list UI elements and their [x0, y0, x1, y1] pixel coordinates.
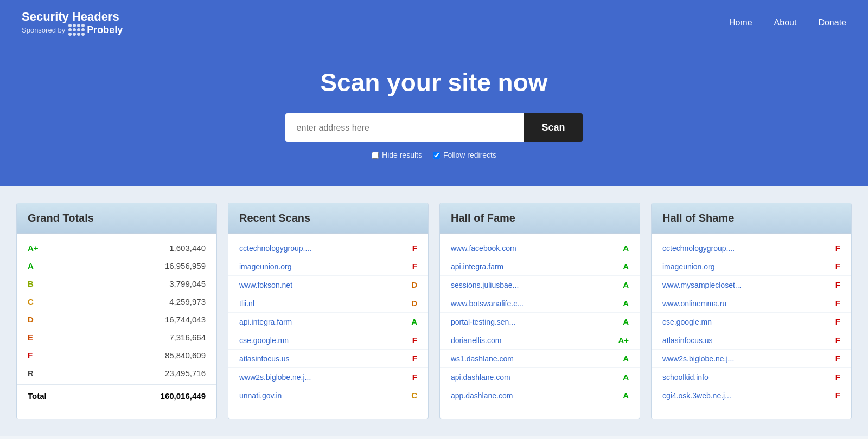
scan-url-link[interactable]: www.fokson.net [239, 281, 292, 289]
scan-url-link[interactable]: app.dashlane.com [451, 391, 513, 400]
scan-grade: A [618, 372, 629, 382]
list-item: sessions.juliusbae...A [440, 276, 640, 294]
scan-url-link[interactable]: www.onlinemma.ru [662, 299, 726, 308]
recent-scans-title: Recent Scans [239, 212, 417, 224]
scan-url-link[interactable]: cse.google.mn [239, 336, 289, 345]
scan-url-link[interactable]: cgi4.osk.3web.ne.j... [662, 391, 731, 400]
hall-of-fame-card: Hall of Fame www.facebook.comAapi.integr… [439, 203, 640, 419]
scan-url-link[interactable]: api.integra.farm [451, 262, 503, 271]
scan-grade: F [829, 391, 840, 400]
scan-url-link[interactable]: unnati.gov.in [239, 391, 282, 400]
scan-grade: A [406, 317, 417, 326]
scan-url-link[interactable]: cctechnologygroup.... [239, 244, 311, 253]
scan-url-link[interactable]: www.mysamplecloset... [662, 281, 741, 289]
count-value: 7,316,664 [169, 333, 206, 342]
count-value: 23,495,716 [165, 369, 206, 378]
scan-url-link[interactable]: cctechnologygroup.... [662, 244, 735, 253]
scan-url-link[interactable]: dorianellis.com [451, 336, 501, 345]
scan-grade: F [829, 262, 840, 271]
table-row: Total160,016,449 [17, 387, 216, 405]
follow-redirects-option[interactable]: Follow redirects [433, 151, 496, 159]
list-item: tlii.nlD [228, 294, 428, 313]
scan-url-link[interactable]: api.dashlane.com [451, 373, 510, 382]
list-item: atlasinfocus.usF [228, 350, 428, 368]
scan-url-link[interactable]: imageunion.org [662, 262, 715, 271]
grade-label: F [28, 351, 44, 360]
list-item: api.dashlane.comA [440, 368, 640, 386]
nav-home[interactable]: Home [729, 18, 752, 28]
scan-url-link[interactable]: schoolkid.info [662, 373, 709, 382]
sponsored-by-label: Sponsored by [22, 26, 65, 34]
scan-url-link[interactable]: www.botswanalife.c... [451, 299, 524, 308]
count-value: 16,744,043 [165, 315, 206, 324]
list-item: cse.google.mnF [228, 331, 428, 350]
list-item: unnati.gov.inC [228, 386, 428, 404]
scan-grade: D [406, 280, 417, 289]
list-item: imageunion.orgF [228, 257, 428, 276]
list-item: www2s.biglobe.ne.j...F [652, 350, 851, 368]
table-row: B3,799,045 [17, 275, 216, 293]
scan-url-link[interactable]: imageunion.org [239, 262, 292, 271]
scan-grade: F [829, 354, 840, 363]
hall-of-fame-title: Hall of Fame [451, 212, 629, 224]
grade-label: A [28, 261, 44, 270]
scan-url-link[interactable]: ws1.dashlane.com [451, 354, 514, 363]
recent-scans-header: Recent Scans [228, 203, 428, 234]
hero-section: Security Headers Sponsored by Probely Ho… [0, 0, 868, 186]
list-item: www.fokson.netD [228, 276, 428, 294]
table-row: A+1,603,440 [17, 239, 216, 257]
hall-of-shame-card: Hall of Shame cctechnologygroup....Fimag… [651, 203, 852, 419]
scan-grade: A [618, 262, 629, 271]
nav-donate[interactable]: Donate [818, 18, 846, 28]
scan-url-link[interactable]: atlasinfocus.us [239, 354, 290, 363]
grade-label: C [28, 297, 44, 306]
list-item: cgi4.osk.3web.ne.j...F [652, 386, 851, 404]
grade-label: E [28, 333, 44, 342]
scan-input[interactable] [285, 113, 524, 142]
list-item: atlasinfocus.usF [652, 331, 851, 350]
scan-url-link[interactable]: cse.google.mn [662, 318, 712, 326]
scan-grade: F [829, 317, 840, 326]
list-item: cctechnologygroup....F [228, 239, 428, 257]
list-item: api.integra.farmA [440, 257, 640, 276]
hide-results-option[interactable]: Hide results [372, 151, 422, 159]
scan-url-link[interactable]: api.integra.farm [239, 318, 292, 326]
hide-results-checkbox[interactable] [372, 152, 379, 159]
scan-button[interactable]: Scan [524, 113, 582, 142]
list-item: ws1.dashlane.comA [440, 350, 640, 368]
table-row: D16,744,043 [17, 311, 216, 328]
scan-grade: A [618, 391, 629, 400]
follow-redirects-checkbox[interactable] [433, 152, 440, 159]
list-item: www.facebook.comA [440, 239, 640, 257]
total-label: Total [28, 391, 47, 401]
scan-options: Hide results Follow redirects [11, 151, 857, 159]
scan-url-link[interactable]: www2s.biglobe.ne.j... [662, 354, 734, 363]
scan-grade: F [406, 243, 417, 253]
grand-totals-body: A+1,603,440A16,956,959B3,799,045C4,259,9… [17, 234, 216, 410]
scan-grade: D [406, 299, 417, 308]
brand: Security Headers Sponsored by Probely [22, 10, 123, 36]
navbar: Security Headers Sponsored by Probely Ho… [0, 0, 868, 46]
scan-grade: F [829, 299, 840, 308]
scan-grade: A [618, 280, 629, 289]
scan-url-link[interactable]: tlii.nl [239, 299, 254, 308]
scan-url-link[interactable]: www2s.biglobe.ne.j... [239, 373, 311, 382]
grand-totals-title: Grand Totals [28, 212, 206, 224]
scan-url-link[interactable]: www.facebook.com [451, 244, 516, 253]
scan-url-link[interactable]: portal-testing.sen... [451, 318, 515, 326]
nav-about[interactable]: About [774, 18, 797, 28]
cards-section: Grand Totals A+1,603,440A16,956,959B3,79… [0, 186, 868, 436]
list-item: imageunion.orgF [652, 257, 851, 276]
hall-of-fame-body: www.facebook.comAapi.integra.farmAsessio… [440, 234, 640, 410]
list-item: www.botswanalife.c...A [440, 294, 640, 313]
scan-url-link[interactable]: atlasinfocus.us [662, 336, 713, 345]
table-row: A16,956,959 [17, 257, 216, 275]
scan-url-link[interactable]: sessions.juliusbae... [451, 281, 519, 289]
grade-label: B [28, 279, 44, 288]
table-row: R23,495,716 [17, 364, 216, 382]
scan-grade: F [406, 354, 417, 363]
table-row: E7,316,664 [17, 328, 216, 346]
list-item: app.dashlane.comA [440, 386, 640, 404]
list-item: cctechnologygroup....F [652, 239, 851, 257]
table-row: F85,840,609 [17, 346, 216, 364]
